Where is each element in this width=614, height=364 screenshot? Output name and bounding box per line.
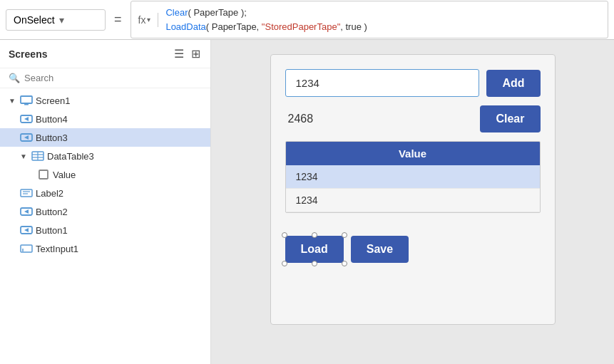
save-button[interactable]: Save [351, 236, 409, 263]
sidebar-item-label-datatable3: DataTable3 [47, 151, 94, 162]
main-area: Screens ☰ ⊞ 🔍 ▼ Screen1 [0, 40, 614, 364]
load-button[interactable]: Load [285, 236, 344, 263]
button-icon-4 [20, 113, 33, 125]
handle-tc [312, 232, 317, 238]
label-value: 2468 [285, 113, 474, 125]
chevron-down-icon: ▾ [59, 14, 98, 26]
sidebar-item-button1[interactable]: Button1 [0, 221, 210, 239]
sidebar-item-label-button2: Button2 [36, 207, 68, 217]
formula-fn-loaddata: LoadData [165, 21, 205, 32]
handle-bl [282, 261, 287, 266]
handle-br [342, 261, 347, 266]
onselect-dropdown[interactable]: OnSelect ▾ [6, 9, 106, 31]
sidebar-item-label-button4: Button4 [36, 114, 68, 125]
formula-paren2: ( PaperTape, [206, 21, 262, 32]
sidebar-item-label-label2: Label2 [36, 188, 63, 199]
app-preview: Add 2468 Clear Value 1234 1234 [270, 54, 556, 325]
formula-fn-clear: Clear [165, 7, 188, 18]
sidebar-item-datatable3[interactable]: ▼ DataTable3 [0, 147, 210, 165]
clear-button[interactable]: Clear [480, 105, 540, 132]
svg-rect-10 [39, 170, 48, 179]
svg-rect-1 [24, 104, 29, 105]
sidebar-item-button3[interactable]: Button3 [0, 128, 210, 147]
handle-tl [282, 232, 287, 238]
search-bar: 🔍 [0, 68, 210, 88]
load-button-wrapper: Load [285, 236, 344, 263]
screen-icon [20, 94, 33, 107]
preview-load-save-row: Load Save [285, 236, 541, 263]
datatable-row-0: 1234 [286, 165, 540, 189]
add-button[interactable]: Add [486, 70, 540, 97]
canvas-area: Add 2468 Clear Value 1234 1234 [211, 40, 614, 364]
svg-rect-11 [21, 189, 32, 197]
sidebar-item-label-screen1: Screen1 [36, 95, 70, 106]
button-icon-3 [20, 131, 33, 144]
expand-arrow-screen1: ▼ [9, 97, 17, 105]
expand-arrow-datatable3: ▼ [20, 152, 29, 160]
svg-rect-0 [21, 96, 32, 103]
list-view-icon[interactable]: ☰ [173, 46, 185, 62]
svg-marker-5 [24, 135, 29, 140]
fx-text: fx [138, 14, 146, 26]
checkbox-icon [37, 168, 50, 181]
formula-bar: fx ▾ Clear( PaperTape ); LoadData( Paper… [131, 1, 608, 38]
handle-bc [312, 261, 317, 266]
grid-view-icon[interactable]: ⊞ [190, 46, 202, 62]
button-icon-2 [20, 205, 33, 218]
preview-row-clear: 2468 Clear [285, 105, 541, 132]
handle-tr [342, 232, 347, 238]
formula-paren3: , true ) [340, 21, 367, 32]
search-input[interactable] [24, 73, 202, 83]
sidebar-item-button2[interactable]: Button2 [0, 202, 210, 221]
preview-row-add: Add [285, 69, 541, 97]
sidebar-item-value[interactable]: Value [0, 165, 210, 184]
sidebar: Screens ☰ ⊞ 🔍 ▼ Screen1 [0, 40, 211, 364]
datatable-row-1: 1234 [286, 189, 540, 212]
datatable-header: Value [286, 142, 540, 165]
textinput-icon [20, 242, 33, 255]
sidebar-item-textinput1[interactable]: TextInput1 [0, 239, 210, 258]
preview-datatable: Value 1234 1234 [285, 141, 541, 213]
search-icon: 🔍 [9, 73, 20, 83]
toolbar: OnSelect ▾ = fx ▾ Clear( PaperTape ); Lo… [0, 0, 614, 40]
sidebar-item-button4[interactable]: Button4 [0, 110, 210, 128]
label-icon [20, 187, 33, 199]
sidebar-header: Screens ☰ ⊞ [0, 40, 210, 68]
sidebar-item-screen1[interactable]: ▼ Screen1 [0, 91, 210, 110]
sidebar-icons: ☰ ⊞ [173, 46, 202, 62]
svg-marker-17 [24, 228, 29, 232]
svg-marker-15 [24, 209, 29, 214]
equals-icon: = [111, 12, 125, 27]
sidebar-item-label2[interactable]: Label2 [0, 184, 210, 202]
sidebar-item-label-value: Value [53, 170, 76, 180]
sidebar-title: Screens [9, 48, 47, 60]
button-icon-1 [20, 224, 33, 236]
svg-marker-3 [24, 117, 29, 121]
fx-label: fx ▾ [138, 14, 151, 26]
formula-divider [158, 13, 158, 27]
formula-text: Clear( PaperTape ); LoadData( PaperTape,… [165, 6, 367, 33]
dropdown-label: OnSelect [14, 14, 55, 26]
sidebar-item-label-button1: Button1 [36, 225, 68, 236]
tree-area: ▼ Screen1 Button4 Button3 [0, 88, 210, 364]
sidebar-item-label-button3: Button3 [36, 132, 68, 143]
formula-string: "StoredPaperTape" [262, 21, 340, 32]
fx-chevron-icon: ▾ [147, 16, 150, 24]
text-input-field[interactable] [285, 69, 480, 97]
datatable-icon [31, 150, 44, 162]
formula-paren1: ( PaperTape ); [188, 7, 246, 18]
sidebar-item-label-textinput1: TextInput1 [36, 244, 78, 254]
